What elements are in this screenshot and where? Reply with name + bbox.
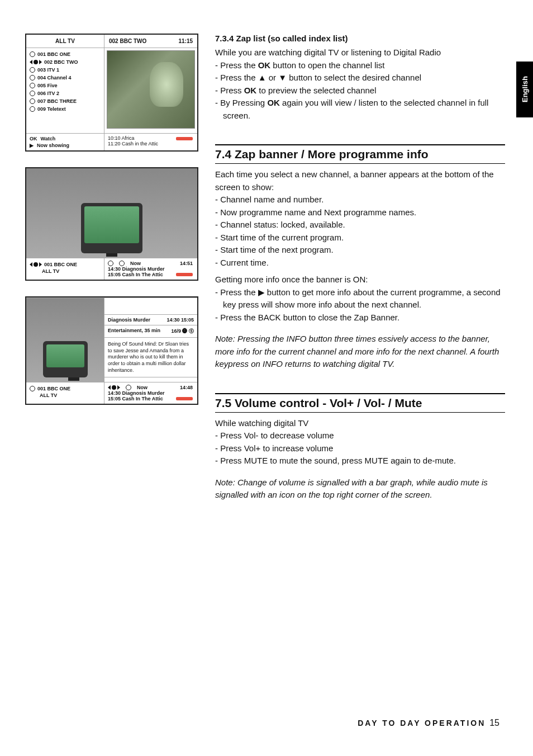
note-75: Note: Change of volume is signalled with… xyxy=(215,476,505,502)
radio-icon xyxy=(30,98,35,104)
circle-icon xyxy=(119,261,125,266)
left-column: ALL TV 002 BBC TWO 11:15 001 BBC ONE 002… xyxy=(25,34,198,502)
heading-75: 7.5 Volume control - Vol+ / Vol- / Mute xyxy=(215,393,505,413)
shot1-top-right-time: 11:15 xyxy=(178,38,193,44)
circle-icon xyxy=(108,261,113,266)
programme-description: Being Of Sound Mind: Dr Sloan tries to s… xyxy=(104,338,197,377)
circle-icon xyxy=(126,385,131,390)
language-tab: English xyxy=(516,62,533,117)
signal-bar xyxy=(176,397,193,400)
screenshot-zap-banner: 001 BBC ONE ALL TV Now 14:51 14:30 Diagn… xyxy=(25,167,198,281)
radio-icon xyxy=(30,83,35,88)
screenshot-zap-list: ALL TV 002 BBC TWO 11:15 001 BBC ONE 002… xyxy=(25,34,198,152)
clock: 14:51 xyxy=(180,261,193,266)
channel-item: 001 BBC ONE xyxy=(30,50,101,58)
signal-bar xyxy=(176,137,193,140)
shot1-epg-line2: 11:20 Cash in the Attic xyxy=(108,141,194,147)
body-734: While you are watching digital TV or lis… xyxy=(215,46,505,122)
channel-item: 009 Teletext xyxy=(30,105,101,113)
channel-item: 007 BBC THREE xyxy=(30,97,101,105)
radio-icon xyxy=(30,51,35,57)
note-74: Note: Pressing the INFO button three tim… xyxy=(215,333,505,371)
channel-item: 003 ITV 1 xyxy=(30,66,101,74)
selection-nav-icon xyxy=(30,262,42,267)
page-container: ALL TV 002 BBC TWO 11:15 001 BBC ONE 002… xyxy=(0,0,533,535)
preview-thumbnail xyxy=(107,50,195,129)
page-footer: DAY TO DAY OPERATION 15 xyxy=(358,718,499,728)
right-column: 7.3.4 Zap list (so called index list) Wh… xyxy=(215,34,511,502)
body-75: While watching digital TV Press Vol- to … xyxy=(215,417,505,467)
shot1-top-right-label: 002 BBC TWO xyxy=(109,38,146,44)
body-74: Each time you select a new channel, a ba… xyxy=(215,168,505,324)
radio-icon xyxy=(30,75,35,81)
heading-734: 7.3.4 Zap list (so called index list) xyxy=(215,34,505,43)
clock: 14:48 xyxy=(180,385,193,390)
radio-icon xyxy=(30,386,35,391)
channel-item: 005 Five xyxy=(30,82,101,89)
selection-nav-icon xyxy=(30,60,42,64)
screenshot-more-info: Diagnosis Murder14:30 15:05 Entertainmen… xyxy=(25,296,198,405)
selection-nav-icon xyxy=(108,385,120,390)
signal-bar xyxy=(176,273,193,276)
tv-graphic xyxy=(26,168,197,258)
tv-graphic xyxy=(26,298,104,382)
channel-item-selected: 002 BBC TWO xyxy=(30,58,101,66)
channel-item: 006 ITV 2 xyxy=(30,89,101,97)
radio-icon xyxy=(30,67,35,73)
channel-item: 004 Channel 4 xyxy=(30,74,101,82)
heading-74: 7.4 Zap banner / More programme info xyxy=(215,144,505,164)
radio-icon xyxy=(30,91,35,96)
shot1-top-left: ALL TV xyxy=(26,35,104,48)
radio-icon xyxy=(30,106,35,112)
